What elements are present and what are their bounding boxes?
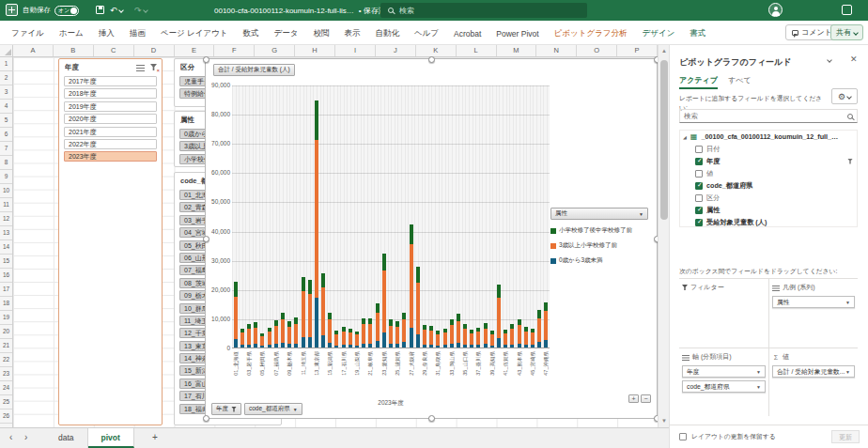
field-chip-属性[interactable]: 属性▼ <box>772 296 855 308</box>
defer-layout-checkbox[interactable] <box>679 433 687 440</box>
field-chip-年度[interactable]: 年度▼ <box>682 365 766 378</box>
row-header-12[interactable]: 12 <box>0 212 12 226</box>
pivot-chart[interactable]: 合計 / 受給対象児童数 (人) 90,00080,00070,00060,00… <box>205 58 658 419</box>
chart-selection-handle[interactable] <box>203 56 209 63</box>
sheet-tab-data[interactable]: data <box>45 428 88 448</box>
bar-21_岐阜県[interactable] <box>368 318 372 348</box>
document-title[interactable]: 00100-cfa-00100112-koumuin-12-full-lis… … <box>214 0 402 21</box>
tools-button[interactable]: ⚙ <box>831 88 858 104</box>
field-checkbox[interactable] <box>695 170 703 178</box>
bar-08_茨城県[interactable] <box>281 313 285 348</box>
pane-tab-アクティブ[interactable]: アクティブ <box>679 75 718 89</box>
account-avatar[interactable] <box>768 3 783 17</box>
ribbon-tab-数式[interactable]: 数式 <box>235 28 266 39</box>
bar-01_北海道[interactable] <box>234 282 238 348</box>
row-header-22[interactable]: 22 <box>0 353 12 367</box>
column-header-M[interactable]: M <box>497 45 537 56</box>
row-header-4[interactable]: 4 <box>0 100 12 114</box>
ribbon-tab-ページ レイアウト[interactable]: ページ レイアウト <box>153 28 236 39</box>
collapse-button[interactable]: − <box>641 394 651 403</box>
clear-filter-icon[interactable] <box>150 64 158 71</box>
ribbon-tab-ヘルプ[interactable]: ヘルプ <box>407 28 446 39</box>
field-checkbox[interactable] <box>695 219 703 226</box>
bar-36_徳島県[interactable] <box>470 330 473 348</box>
bar-11_埼玉県[interactable] <box>302 277 305 348</box>
field-table-row[interactable]: ◢▦_00100_cfa_00100112_koumuin_12_full_… <box>680 131 857 143</box>
row-header-15[interactable]: 15 <box>0 255 12 269</box>
field-row-年度[interactable]: 年度 <box>680 155 857 167</box>
field-row-属性[interactable]: 属性 <box>680 204 857 216</box>
field-checkbox[interactable] <box>695 146 703 153</box>
slicer-item[interactable]: 2023年度 <box>64 151 157 162</box>
bar-41_佐賀県[interactable] <box>504 330 507 348</box>
field-chip-code_都道府県[interactable]: code_都道府県▼ <box>682 380 766 393</box>
column-header-G[interactable]: G <box>255 45 295 56</box>
field-checkbox[interactable] <box>695 158 703 165</box>
bar-17_石川県[interactable] <box>342 327 346 348</box>
column-header-I[interactable]: I <box>335 45 376 56</box>
row-header-9[interactable]: 9 <box>0 170 12 184</box>
ribbon-tab-自動化[interactable]: 自動化 <box>367 28 407 39</box>
row-header-13[interactable]: 13 <box>0 226 12 240</box>
field-checkbox[interactable] <box>695 194 703 202</box>
pane-tab-すべて[interactable]: すべて <box>728 75 752 87</box>
bar-12_千葉県[interactable] <box>308 280 312 348</box>
row-header-3[interactable]: 3 <box>0 85 12 100</box>
row-header-18[interactable]: 18 <box>0 297 12 311</box>
share-button[interactable]: 共有 <box>830 24 863 40</box>
ribbon-display-icon[interactable] <box>842 5 852 15</box>
bar-16_富山県[interactable] <box>334 331 338 348</box>
bar-03_岩手県[interactable] <box>247 324 251 348</box>
pane-chevron-icon[interactable] <box>827 57 832 63</box>
bar-29_奈良県[interactable] <box>423 325 426 348</box>
row-header-1[interactable]: 1 <box>0 57 12 71</box>
column-header-D[interactable]: D <box>134 45 175 56</box>
bar-39_高知県[interactable] <box>490 331 494 348</box>
autosave-toggle[interactable]: オン <box>54 6 79 16</box>
bar-44_大分県[interactable] <box>524 327 528 348</box>
column-header-L[interactable]: L <box>457 45 497 56</box>
bar-04_宮城県[interactable] <box>254 322 257 348</box>
pane-close-icon[interactable]: ✕ <box>850 54 858 64</box>
column-header-K[interactable]: K <box>416 45 457 56</box>
bar-40_福岡県[interactable] <box>497 285 501 348</box>
column-header-B[interactable]: B <box>54 45 94 56</box>
row-header-14[interactable]: 14 <box>0 240 12 255</box>
column-header-J[interactable]: J <box>376 45 416 56</box>
column-header-E[interactable]: E <box>175 45 215 56</box>
row-header-7[interactable]: 7 <box>0 142 12 156</box>
bar-26_京都府[interactable] <box>402 313 406 348</box>
ribbon-tab-校閲[interactable]: 校閲 <box>305 28 336 39</box>
row-header-5[interactable]: 5 <box>0 114 12 128</box>
bar-38_愛媛県[interactable] <box>484 323 488 348</box>
bar-45_宮崎県[interactable] <box>531 329 535 348</box>
bar-37_香川県[interactable] <box>476 328 480 348</box>
row-header-11[interactable]: 11 <box>0 198 12 212</box>
multi-select-icon[interactable] <box>136 64 145 71</box>
bar-25_滋賀県[interactable] <box>395 321 399 348</box>
bar-46_鹿児島県[interactable] <box>537 310 541 348</box>
search-bar[interactable]: 検索 <box>380 3 587 18</box>
bar-22_静岡県[interactable] <box>376 303 380 348</box>
column-header-N[interactable]: N <box>536 45 577 56</box>
slicer-item[interactable]: 2018年度 <box>64 88 157 99</box>
bar-05_秋田県[interactable] <box>260 333 264 348</box>
column-header-C[interactable]: C <box>94 45 134 56</box>
undo-button[interactable]: ↶ <box>110 4 123 17</box>
bar-24_三重県[interactable] <box>389 319 393 348</box>
slicer-item[interactable]: 2019年度 <box>64 101 157 112</box>
ribbon-tab-表示[interactable]: 表示 <box>336 28 367 39</box>
row-header-23[interactable]: 23 <box>0 367 12 381</box>
bar-18_福井県[interactable] <box>349 329 352 348</box>
row-header-16[interactable]: 16 <box>0 269 12 283</box>
vertical-scroll-thumb[interactable] <box>660 60 668 220</box>
bar-13_東京都[interactable] <box>315 100 318 348</box>
sheet-tab-pivot[interactable]: pivot <box>88 428 134 448</box>
column-headers[interactable]: ABCDEFGHIJKLMNOP <box>13 45 658 57</box>
row-header-25[interactable]: 25 <box>0 395 12 409</box>
column-header-F[interactable]: F <box>214 45 255 56</box>
sheet-nav-right-icon[interactable]: › <box>24 432 27 442</box>
vertical-scrollbar[interactable]: ▲ ▼ <box>658 45 669 427</box>
row-header-24[interactable]: 24 <box>0 381 12 395</box>
ribbon-tab-ピボットグラフ分析[interactable]: ピボットグラフ分析 <box>547 28 635 39</box>
